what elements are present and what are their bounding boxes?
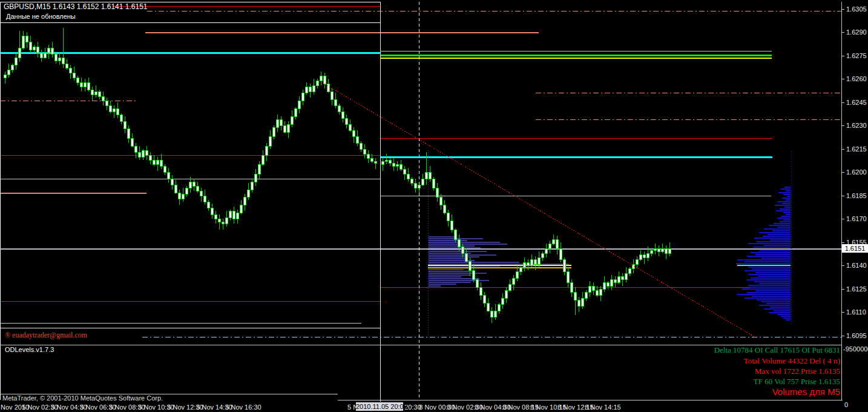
right-volume-profile-bar [787, 196, 791, 197]
right-pane-candle-body [494, 311, 496, 317]
left-pane-candle-body [203, 196, 206, 202]
right-pane-candle-body [381, 161, 384, 164]
right-volume-profile-bar [786, 190, 791, 191]
left-pane-candle-body [69, 68, 71, 73]
left-pane-candle-body [156, 160, 159, 164]
left-pane-candle-body [142, 150, 144, 157]
right-volume-profile-bar [747, 292, 791, 293]
right-pane-candle-body [545, 248, 547, 253]
left-pane-candle-body [84, 82, 86, 87]
right-volume-profile-bar [786, 319, 791, 321]
price-level-line [380, 138, 772, 139]
right-volume-profile-bar [770, 307, 791, 308]
time-axis-label: 8 Nov 14:15 [579, 404, 627, 411]
right-volume-profile-bar [781, 188, 791, 190]
left-pane-candle-body [363, 149, 366, 154]
right-volume-profile-bar [755, 254, 791, 255]
right-volume-profile-bar [781, 216, 791, 217]
right-volume-profile-bar [757, 241, 791, 242]
right-pane-candle-body [519, 267, 522, 271]
right-volume-profile-bar [769, 312, 791, 313]
right-volume-profile-bar [757, 299, 791, 301]
left-pane-candle-body [149, 155, 151, 160]
mid-volume-profile-bar [429, 280, 489, 281]
left-pane-candle-body [105, 101, 108, 105]
right-volume-profile-bar [736, 263, 791, 264]
right-pane-candle-body [596, 290, 598, 295]
right-volume-profile-bar [780, 221, 791, 222]
left-pane-candle-body [338, 105, 340, 111]
left-pane-candle-body [182, 194, 184, 199]
left-pane-candle-body [76, 78, 79, 82]
right-volume-profile-bar [759, 305, 791, 306]
right-pane-candle-body [538, 258, 540, 264]
right-pane-candle-body [654, 248, 656, 250]
right-pane-candle-body [563, 259, 565, 271]
right-pane-candle-body [476, 279, 478, 287]
right-pane-candle-body [407, 174, 409, 179]
left-pane-candle-body [247, 190, 249, 197]
left-pane-candle-body [22, 36, 24, 48]
right-pane-candle-body [574, 292, 576, 300]
right-pane-candle-body [599, 289, 602, 295]
right-volume-profile-bar [784, 187, 791, 188]
mid-volume-profile-bar [429, 247, 481, 248]
right-pane-candle-body [487, 303, 489, 311]
subwindow-total-volume-text: Total Volume 44322 Del ( 4 п) [744, 356, 840, 365]
left-pane-candle-body [240, 205, 242, 213]
right-pane-candle-body [552, 239, 554, 244]
mid-volume-profile-bar [429, 273, 487, 274]
right-volume-profile-bar [772, 230, 791, 231]
left-pane-candle-body [265, 146, 268, 155]
mid-volume-profile-bar [429, 278, 479, 279]
right-volume-profile-bar [749, 287, 791, 288]
mt4-chart-window: GBPUSD,M15 1.6143 1.6152 1.6141 1.6151 Д… [0, 0, 868, 412]
left-pane-candle-body [294, 108, 297, 116]
mid-volume-profile-bar [429, 256, 479, 258]
mid-volume-profile-bar [429, 269, 464, 270]
subwindow-max-vol-text: Max vol 1722 Prise 1.6135 [755, 367, 840, 376]
frame-left [0, 2, 1, 400]
time-axis[interactable]: 5 Nov 20105 Nov 02:305 Nov 04:305 Nov 06… [0, 400, 868, 412]
left-pane-candle-body [160, 160, 162, 166]
left-pane-candle-body [58, 58, 61, 61]
right-volume-profile-bar [755, 272, 791, 273]
right-volume-profile-bar [761, 301, 791, 302]
left-pane-candle-body [360, 143, 362, 149]
price-level-line [145, 32, 539, 33]
left-pane-candle-body [316, 81, 318, 85]
left-pane-candle-body [73, 73, 75, 78]
right-pane-candle-body [643, 254, 645, 258]
price-axis[interactable]: 1.63051.62901.62751.62601.62451.62301.62… [841, 0, 868, 400]
left-pane-candle-body [254, 174, 257, 182]
current-price-tag: 1.6151 [842, 244, 868, 253]
max-volume-price-line [737, 265, 791, 266]
right-volume-profile-bar [752, 268, 791, 270]
mid-volume-profile-bar [429, 244, 507, 245]
right-pane-candle-body [450, 221, 453, 230]
right-pane-candle-body [505, 290, 507, 298]
mid-volume-profile-bar [429, 262, 519, 263]
right-pane-candle-body [490, 311, 493, 317]
left-pane-candle-body [287, 124, 289, 132]
left-pane-candle-body [127, 128, 130, 138]
price-level-line [428, 267, 571, 268]
right-volume-profile-bar [763, 236, 791, 237]
left-pane-candle-body [134, 146, 137, 152]
left-pane-candle-body [109, 105, 111, 111]
right-pane-candle-body [443, 205, 446, 213]
left-pane-candle-body [44, 53, 46, 58]
left-pane-candle-body [47, 48, 50, 53]
right-volume-profile-bar [777, 227, 791, 228]
left-pane-candle-body [171, 179, 173, 185]
right-pane-candle-body [585, 292, 587, 298]
left-pane-candle-body [98, 91, 100, 96]
left-pane-candle-body [276, 119, 278, 127]
left-pane-candle-body [185, 188, 188, 194]
left-pane-candle-body [167, 172, 169, 179]
right-pane-candle-body [385, 160, 387, 161]
right-pane-candle-body [592, 286, 594, 290]
right-pane-candle-body [516, 271, 518, 278]
left-pane-candle-body [207, 202, 209, 208]
price-axis-label: 1.6185 [846, 192, 867, 200]
